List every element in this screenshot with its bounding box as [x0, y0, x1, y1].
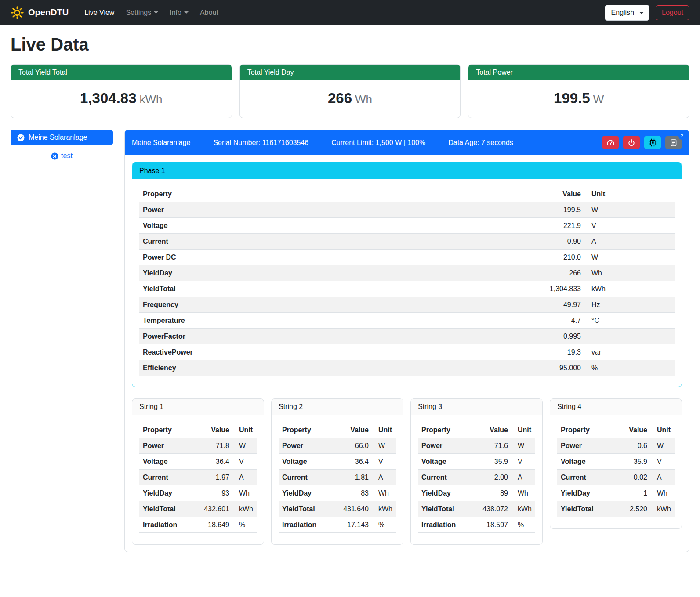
cell-unit: %: [233, 517, 257, 533]
cell-value: 432.601: [200, 501, 233, 517]
strings-row: String 1 Property Value Unit: [132, 398, 682, 545]
cell-value: 199.5: [501, 202, 584, 218]
string-card-body: Property Value Unit Power71.8WVoltage36.…: [132, 415, 264, 544]
table-row: Irradiation18.597%: [418, 517, 535, 533]
cell-property: YieldTotal: [557, 501, 619, 517]
cell-value: 71.6: [479, 438, 511, 454]
cell-unit: A: [233, 470, 257, 485]
column-header-property: Property: [139, 186, 501, 202]
table-row: ReactivePower19.3var: [139, 344, 675, 360]
cell-value: 83: [340, 485, 372, 501]
nav-item-settings[interactable]: Settings: [121, 5, 163, 20]
column-header-value: Value: [200, 422, 233, 438]
cell-value: 431.640: [340, 501, 372, 517]
inverter-panel-header: Meine Solaranlage Serial Number: 1161716…: [125, 130, 689, 155]
nav-item-info[interactable]: Info: [165, 5, 193, 20]
nav-links: Live View Settings Info About: [80, 5, 604, 20]
power-settings-button[interactable]: [623, 136, 640, 149]
brand[interactable]: OpenDTU: [11, 6, 69, 19]
summary-card-body: 199.5W: [468, 80, 689, 118]
nav-item-label: About: [200, 9, 218, 17]
power-icon: [627, 139, 635, 147]
nav-item-label: Settings: [126, 9, 151, 17]
cell-value: 71.8: [200, 438, 233, 454]
cell-property: YieldTotal: [279, 501, 340, 517]
cell-unit: Wh: [651, 485, 675, 501]
cell-value: 36.4: [340, 454, 372, 470]
cell-value: 95.000: [501, 360, 584, 376]
language-select[interactable]: English: [605, 5, 649, 21]
cell-unit: %: [584, 360, 675, 376]
logout-button[interactable]: Logout: [656, 5, 689, 20]
phase-card: Phase 1 Property Value Unit Power199.5WV…: [132, 162, 682, 387]
table-row: Power DC210.0W: [139, 250, 675, 265]
cell-property: YieldDay: [139, 485, 200, 501]
table-row: Voltage36.4V: [279, 454, 396, 470]
check-circle-icon: [17, 134, 25, 141]
column-header-value: Value: [501, 186, 584, 202]
summary-card-body: 266Wh: [240, 80, 461, 118]
cell-value: 66.0: [340, 438, 372, 454]
cell-value: 1.81: [340, 470, 372, 485]
cell-property: Voltage: [557, 454, 619, 470]
cell-value: 17.143: [340, 517, 372, 533]
event-log-button[interactable]: 2: [665, 136, 682, 149]
device-info-button[interactable]: [644, 136, 661, 149]
cell-value: 4.7: [501, 313, 584, 329]
cell-value: 210.0: [501, 250, 584, 265]
table-row: YieldTotal431.640kWh: [279, 501, 396, 517]
column-header-property: Property: [139, 422, 200, 438]
cell-value: 49.97: [501, 297, 584, 313]
sidebar-item-test[interactable]: test: [11, 152, 113, 160]
cell-value: 0.02: [619, 470, 651, 485]
caret-down-icon: [184, 11, 189, 14]
summary-card-header: Total Yield Day: [240, 65, 461, 80]
table-header-row: Property Value Unit: [139, 422, 257, 438]
summary-card-body: 1,304.83kWh: [11, 80, 232, 118]
page-title: Live Data: [11, 35, 689, 54]
cell-property: Efficiency: [139, 360, 501, 376]
nav-item-about[interactable]: About: [196, 5, 223, 20]
table-row: YieldTotal1,304.833kWh: [139, 281, 675, 297]
phase-card-header: Phase 1: [132, 163, 682, 179]
cell-unit: V: [372, 454, 396, 470]
table-row: YieldTotal438.072kWh: [418, 501, 535, 517]
cell-unit: A: [584, 234, 675, 250]
journal-icon: [670, 139, 678, 147]
summary-unit: W: [593, 93, 604, 106]
string-table-body: Power71.6WVoltage35.9VCurrent2.00AYieldD…: [418, 438, 535, 533]
table-row: YieldDay83Wh: [279, 485, 396, 501]
summary-cards: Total Yield Total 1,304.83kWh Total Yiel…: [11, 64, 689, 118]
cell-property: Voltage: [279, 454, 340, 470]
table-row: YieldDay266Wh: [139, 265, 675, 281]
cell-property: YieldDay: [139, 265, 501, 281]
table-row: PowerFactor0.995: [139, 329, 675, 344]
cpu-icon: [649, 138, 657, 147]
cell-value: 19.3: [501, 344, 584, 360]
table-row: Power71.8W: [139, 438, 257, 454]
column-header-value: Value: [340, 422, 372, 438]
string-table-body: Power66.0WVoltage36.4VCurrent1.81AYieldD…: [279, 438, 396, 533]
cell-property: Power DC: [139, 250, 501, 265]
x-circle-icon: [51, 152, 58, 160]
cell-property: Current: [139, 234, 501, 250]
cell-property: ReactivePower: [139, 344, 501, 360]
inverter-sidebar: Meine Solaranlage test: [11, 130, 113, 160]
cell-property: Power: [418, 438, 479, 454]
cell-unit: Hz: [584, 297, 675, 313]
column-header-value: Value: [479, 422, 511, 438]
summary-card-header: Total Yield Total: [11, 65, 232, 80]
cell-value: 89: [479, 485, 511, 501]
cell-unit: A: [372, 470, 396, 485]
table-row: Voltage35.9V: [418, 454, 535, 470]
limit-settings-button[interactable]: [602, 136, 619, 149]
cell-property: Voltage: [418, 454, 479, 470]
cell-property: YieldDay: [557, 485, 619, 501]
nav-item-live-view[interactable]: Live View: [80, 5, 119, 20]
cell-value: 35.9: [479, 454, 511, 470]
cell-value: 18.597: [479, 517, 511, 533]
string-card-body: Property Value Unit Power0.6WVoltage35.9…: [550, 415, 682, 528]
cell-unit: V: [584, 218, 675, 234]
inverter-select-button[interactable]: Meine Solaranlage: [11, 130, 113, 145]
cell-property: Frequency: [139, 297, 501, 313]
